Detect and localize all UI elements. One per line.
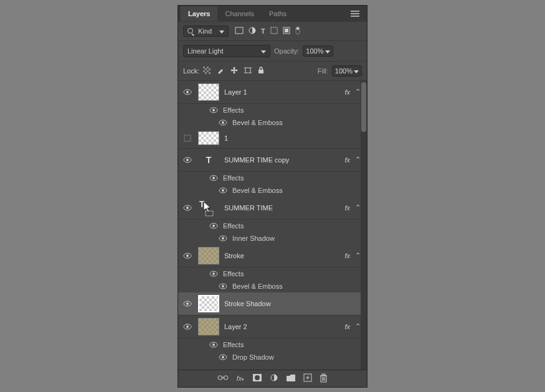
svg-point-24 — [222, 121, 224, 124]
visibility-toggle[interactable] — [182, 134, 193, 142]
layer-thumbnail[interactable] — [198, 131, 219, 145]
visibility-toggle[interactable] — [182, 89, 193, 95]
effect-item[interactable]: Drop Shadow — [178, 351, 367, 363]
tab-channels[interactable]: Channels — [217, 6, 261, 21]
effect-item[interactable]: Bevel & Emboss — [178, 280, 367, 292]
layer-name[interactable]: Layer 2 — [224, 323, 344, 330]
chevron-down-icon — [325, 47, 330, 55]
filter-smart-icon[interactable] — [283, 27, 290, 35]
svg-point-36 — [212, 225, 215, 227]
collapse-toggle[interactable]: ⌃ — [353, 156, 363, 164]
svg-point-38 — [222, 237, 224, 240]
svg-point-57 — [255, 375, 260, 380]
effects-header[interactable]: Effects — [178, 338, 367, 351]
svg-point-31 — [222, 189, 224, 192]
adjustment-layer-icon[interactable] — [270, 374, 278, 383]
fx-badge[interactable]: fx — [344, 323, 350, 330]
visibility-toggle[interactable] — [182, 157, 193, 163]
svg-rect-25 — [184, 135, 191, 141]
effect-name: Bevel & Emboss — [232, 187, 283, 194]
new-layer-icon[interactable] — [304, 374, 311, 383]
panel-menu-icon[interactable] — [346, 8, 364, 19]
layer-name[interactable]: Layer 1 — [224, 88, 344, 96]
effect-item[interactable]: Bevel & Emboss — [178, 116, 367, 129]
visibility-toggle[interactable] — [182, 205, 193, 211]
layers-list[interactable]: Layer 1 fx ⌃ Effects Bevel & Emboss 1 T … — [178, 81, 367, 370]
lock-move-icon[interactable] — [230, 67, 238, 75]
layer-name[interactable]: SUMMER TIME — [224, 204, 344, 212]
layer-name[interactable]: Stroke — [224, 252, 344, 259]
filter-toggle-icon[interactable] — [295, 26, 300, 36]
effects-label: Effects — [223, 222, 244, 230]
scrollbar[interactable] — [361, 81, 367, 370]
layer-name[interactable]: 1 — [224, 134, 363, 142]
effect-name: Inner Shadow — [232, 235, 275, 242]
fill-input[interactable]: 100% — [332, 65, 362, 77]
tab-paths[interactable]: Paths — [262, 6, 294, 21]
layer-row[interactable]: Layer 1 fx ⌃ — [178, 81, 367, 104]
blend-mode-select[interactable]: Linear Light — [183, 45, 270, 57]
filter-kind-select[interactable] — [183, 26, 229, 37]
effects-label: Effects — [223, 174, 244, 182]
svg-point-22 — [212, 109, 215, 111]
layer-name[interactable]: Stroke Shadow — [224, 300, 363, 307]
lock-transparency-icon[interactable] — [203, 67, 211, 75]
svg-point-42 — [212, 273, 215, 275]
fx-badge[interactable]: fx — [344, 156, 350, 164]
effects-header[interactable]: Effects — [178, 172, 367, 184]
lock-artboard-icon[interactable] — [244, 67, 252, 75]
type-layer-icon[interactable]: T — [198, 151, 219, 169]
layer-row[interactable]: T SUMMER TIME fx ⌃ — [178, 197, 367, 220]
layer-thumbnail[interactable] — [198, 247, 219, 264]
group-icon[interactable] — [287, 375, 295, 383]
filter-shape-icon[interactable] — [270, 27, 278, 35]
filter-type-icon[interactable]: T — [261, 27, 265, 35]
layer-row[interactable]: Layer 2 fx ⌃ — [178, 315, 367, 338]
bottom-toolbar: fx▾ — [178, 370, 367, 387]
scroll-thumb[interactable] — [361, 82, 366, 132]
lock-all-icon[interactable] — [258, 67, 264, 75]
visibility-toggle[interactable] — [182, 324, 193, 330]
fx-menu-icon[interactable]: fx▾ — [237, 375, 245, 382]
layers-panel: Layers Channels Paths T Linear Light Opa… — [178, 5, 367, 388]
effects-header[interactable]: Effects — [178, 268, 367, 280]
layer-row[interactable]: T SUMMER TIME copy fx ⌃ — [178, 149, 367, 172]
svg-point-40 — [186, 254, 189, 257]
link-layers-icon[interactable] — [218, 375, 228, 382]
blend-row: Linear Light Opacity: 100% — [178, 41, 367, 62]
search-icon — [187, 27, 196, 35]
mask-icon[interactable] — [253, 374, 262, 383]
visibility-toggle[interactable] — [182, 301, 193, 307]
fx-badge[interactable]: fx — [344, 252, 350, 259]
svg-point-52 — [222, 356, 224, 358]
trash-icon[interactable] — [320, 374, 327, 383]
svg-rect-18 — [258, 70, 263, 73]
layer-name[interactable]: SUMMER TIME copy — [224, 156, 344, 164]
lock-label: Lock: — [183, 67, 199, 75]
visibility-toggle[interactable] — [182, 253, 193, 259]
opacity-input[interactable]: 100% — [303, 45, 333, 57]
tab-layers[interactable]: Layers — [181, 6, 217, 21]
layer-thumbnail[interactable] — [198, 295, 219, 312]
svg-rect-64 — [322, 374, 325, 375]
fx-badge[interactable]: fx — [344, 204, 350, 212]
collapse-toggle[interactable]: ⌃ — [353, 203, 363, 212]
fx-badge[interactable]: fx — [344, 88, 350, 96]
filter-adjustment-icon[interactable] — [249, 27, 256, 35]
lock-brush-icon[interactable] — [217, 67, 224, 75]
layer-row[interactable]: 1 — [178, 129, 367, 149]
effect-item[interactable]: Bevel & Emboss — [178, 184, 367, 197]
type-layer-icon[interactable]: T — [198, 199, 219, 217]
svg-rect-5 — [271, 27, 277, 34]
effect-item[interactable]: Inner Shadow — [178, 232, 367, 245]
blend-mode-value: Linear Light — [187, 47, 224, 55]
layer-thumbnail[interactable] — [198, 318, 219, 335]
svg-rect-10 — [203, 67, 211, 74]
filter-pixel-icon[interactable] — [235, 27, 244, 35]
filter-kind-input[interactable] — [198, 27, 217, 35]
layer-row[interactable]: Stroke Shadow — [178, 292, 367, 315]
effects-header[interactable]: Effects — [178, 220, 367, 232]
layer-thumbnail[interactable] — [198, 83, 219, 101]
effects-header[interactable]: Effects — [178, 104, 367, 116]
layer-row[interactable]: Stroke fx ⌃ — [178, 245, 367, 268]
